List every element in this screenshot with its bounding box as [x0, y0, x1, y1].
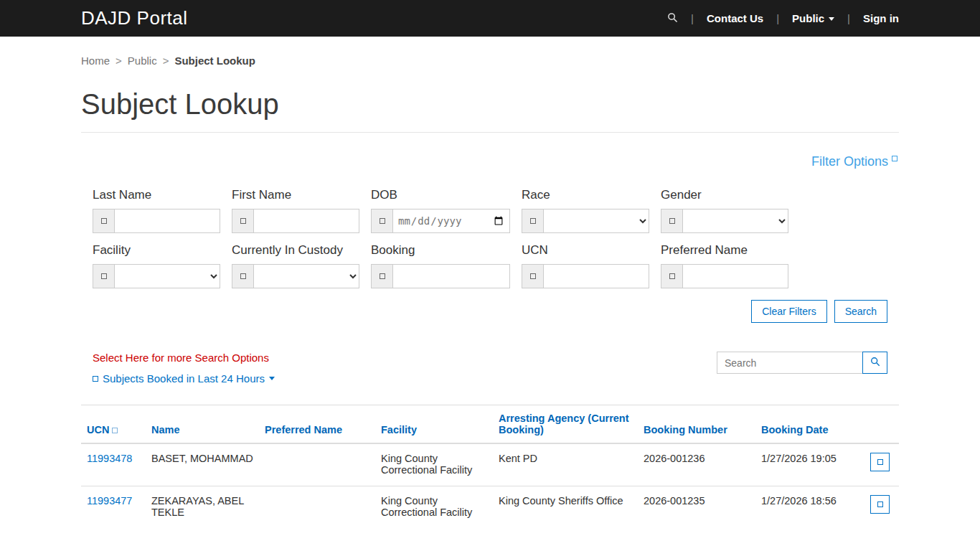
nav-sign-in[interactable]: Sign in — [863, 12, 899, 24]
building-icon — [101, 273, 107, 279]
nav-separator: | — [847, 12, 850, 24]
subjects-booked-24h-dropdown[interactable]: Subjects Booked in Last 24 Hours — [93, 372, 275, 385]
popup-icon — [892, 156, 897, 161]
ucn-link[interactable]: 11993478 — [87, 453, 132, 464]
ucn-link[interactable]: 11993477 — [87, 495, 132, 507]
cell-booking-number: 2026-001235 — [638, 486, 755, 529]
subjects-table: UCN Name Preferred Name Facility Arresti… — [81, 405, 899, 528]
grid-search-button[interactable] — [862, 352, 887, 374]
header-booking-date[interactable]: Booking Date — [755, 405, 864, 444]
header-ucn[interactable]: UCN — [81, 405, 146, 444]
dob-label: DOB — [371, 188, 510, 202]
calendar-icon — [380, 218, 385, 224]
gender-select[interactable] — [682, 209, 788, 233]
sort-icon — [112, 428, 118, 433]
booking-input[interactable] — [392, 264, 510, 288]
details-icon — [877, 501, 883, 507]
last-name-input[interactable] — [114, 209, 220, 233]
more-search-options-link[interactable]: Select Here for more Search Options — [93, 352, 275, 364]
hash-icon — [530, 273, 536, 279]
race-select[interactable] — [543, 209, 649, 233]
nav-public-label: Public — [792, 12, 824, 24]
list-icon — [240, 273, 246, 279]
facility-select[interactable] — [114, 264, 220, 288]
nav-separator: | — [776, 12, 779, 24]
field-currently-in-custody: Currently In Custody — [232, 243, 359, 288]
header-preferred-name[interactable]: Preferred Name — [259, 405, 375, 444]
cell-booking-date: 1/27/2026 19:05 — [755, 443, 864, 486]
title-divider — [81, 132, 899, 133]
preferred-name-input[interactable] — [682, 264, 788, 288]
header-actions — [864, 405, 899, 444]
facility-addon — [93, 264, 114, 288]
last-name-addon — [93, 209, 114, 233]
filter-options-toggle[interactable]: Filter Options — [811, 154, 897, 169]
search-icon — [667, 12, 678, 25]
ucn-addon — [522, 264, 543, 288]
nav-contact-us[interactable]: Contact Us — [707, 12, 763, 24]
preferred-name-label: Preferred Name — [661, 243, 788, 258]
table-row: 11993477 ZEKARAYAS, ABEL TEKLE King Coun… — [81, 486, 899, 529]
field-booking: Booking — [371, 243, 510, 288]
clear-filters-button[interactable]: Clear Filters — [751, 300, 826, 323]
chevron-down-icon — [829, 17, 834, 21]
filter-options-label: Filter Options — [811, 154, 888, 169]
custody-addon — [232, 264, 253, 288]
race-label: Race — [522, 188, 649, 202]
last-name-label: Last Name — [93, 188, 220, 202]
field-race: Race — [522, 188, 649, 233]
header-booking-number[interactable]: Booking Number — [638, 405, 755, 444]
navbar-links: | Contact Us | Public | Sign in — [667, 12, 899, 25]
list-icon — [93, 376, 98, 382]
ucn-label: UCN — [522, 243, 649, 258]
gender-label: Gender — [661, 188, 788, 202]
dob-addon — [371, 209, 392, 233]
first-name-addon — [232, 209, 253, 233]
race-addon — [522, 209, 543, 233]
breadcrumb-separator: > — [163, 55, 169, 67]
cell-facility: King County Correctional Facility — [375, 443, 493, 486]
field-ucn: UCN — [522, 243, 649, 288]
ucn-input[interactable] — [543, 264, 649, 288]
list-icon — [530, 218, 536, 224]
brand-dajd-portal[interactable]: DAJD Portal — [81, 7, 188, 29]
grid-search — [717, 352, 887, 385]
grid-search-input[interactable] — [717, 352, 863, 374]
header-name[interactable]: Name — [146, 405, 259, 444]
header-facility[interactable]: Facility — [375, 405, 493, 444]
table-row: 11993478 BASET, MOHAMMAD King County Cor… — [81, 443, 899, 486]
breadcrumb: Home>Public>Subject Lookup — [81, 37, 899, 67]
page-title: Subject Lookup — [81, 88, 899, 121]
results-toolbar: Select Here for more Search Options Subj… — [81, 352, 899, 385]
person-icon — [101, 218, 107, 224]
person-icon — [669, 273, 675, 279]
search-icon — [870, 357, 880, 369]
header-arresting-agency[interactable]: Arresting Agency (Current Booking) — [493, 405, 638, 444]
dob-input[interactable] — [392, 209, 510, 233]
field-last-name: Last Name — [93, 188, 220, 233]
navbar-search-button[interactable] — [667, 12, 678, 25]
list-icon — [669, 218, 675, 224]
breadcrumb-public[interactable]: Public — [128, 55, 157, 67]
nav-public-dropdown[interactable]: Public — [792, 12, 834, 24]
search-button[interactable]: Search — [834, 300, 887, 323]
field-facility: Facility — [93, 243, 220, 288]
field-gender: Gender — [661, 188, 788, 233]
breadcrumb-separator: > — [116, 55, 122, 67]
cell-booking-date: 1/27/2026 18:56 — [755, 486, 864, 529]
breadcrumb-home[interactable]: Home — [81, 55, 110, 67]
cell-arresting-agency: Kent PD — [493, 443, 638, 486]
first-name-label: First Name — [232, 188, 359, 202]
field-preferred-name: Preferred Name — [661, 243, 788, 288]
row-details-button[interactable] — [870, 453, 890, 471]
preferred-name-addon — [661, 264, 682, 288]
details-icon — [877, 459, 883, 465]
breadcrumb-current: Subject Lookup — [174, 55, 255, 67]
cell-name: BASET, MOHAMMAD — [146, 443, 259, 486]
top-navbar: DAJD Portal | Contact Us | Public | Sign… — [0, 0, 980, 37]
first-name-input[interactable] — [253, 209, 359, 233]
row-details-button[interactable] — [870, 495, 890, 514]
facility-label: Facility — [93, 243, 220, 258]
cell-name: ZEKARAYAS, ABEL TEKLE — [146, 486, 259, 529]
currently-in-custody-select[interactable] — [253, 264, 359, 288]
